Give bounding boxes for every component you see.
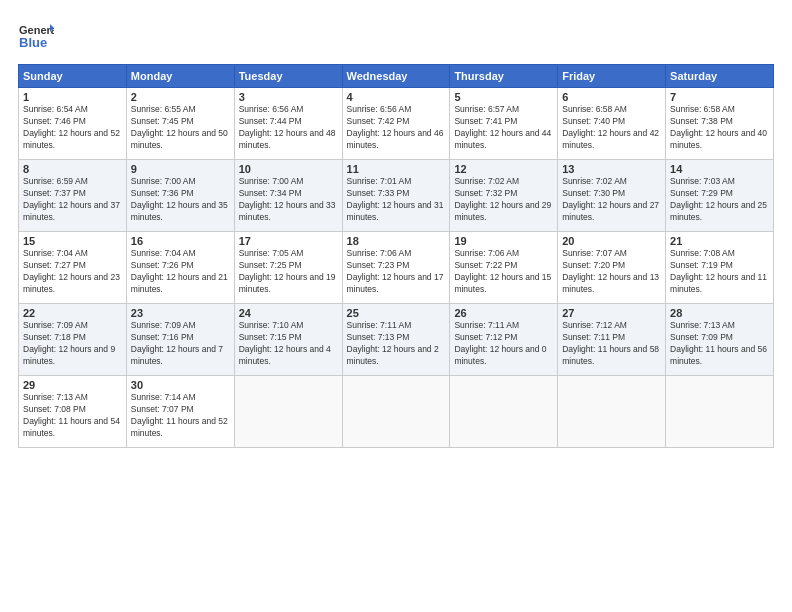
- header: General Blue: [18, 18, 774, 54]
- calendar-cell: 9 Sunrise: 7:00 AMSunset: 7:36 PMDayligh…: [126, 160, 234, 232]
- calendar-cell: [558, 376, 666, 448]
- week-row-2: 8 Sunrise: 6:59 AMSunset: 7:37 PMDayligh…: [19, 160, 774, 232]
- week-row-1: 1 Sunrise: 6:54 AMSunset: 7:46 PMDayligh…: [19, 88, 774, 160]
- day-number: 10: [239, 163, 338, 175]
- header-cell-friday: Friday: [558, 65, 666, 88]
- day-info: Sunrise: 7:04 AMSunset: 7:27 PMDaylight:…: [23, 248, 120, 294]
- day-info: Sunrise: 7:09 AMSunset: 7:16 PMDaylight:…: [131, 320, 223, 366]
- header-cell-tuesday: Tuesday: [234, 65, 342, 88]
- calendar-cell: 2 Sunrise: 6:55 AMSunset: 7:45 PMDayligh…: [126, 88, 234, 160]
- day-info: Sunrise: 7:11 AMSunset: 7:13 PMDaylight:…: [347, 320, 439, 366]
- calendar-cell: 6 Sunrise: 6:58 AMSunset: 7:40 PMDayligh…: [558, 88, 666, 160]
- day-number: 16: [131, 235, 230, 247]
- day-info: Sunrise: 6:57 AMSunset: 7:41 PMDaylight:…: [454, 104, 551, 150]
- calendar-cell: [666, 376, 774, 448]
- calendar-cell: 3 Sunrise: 6:56 AMSunset: 7:44 PMDayligh…: [234, 88, 342, 160]
- day-info: Sunrise: 7:13 AMSunset: 7:09 PMDaylight:…: [670, 320, 767, 366]
- day-info: Sunrise: 7:13 AMSunset: 7:08 PMDaylight:…: [23, 392, 120, 438]
- day-number: 8: [23, 163, 122, 175]
- header-cell-wednesday: Wednesday: [342, 65, 450, 88]
- calendar-cell: 14 Sunrise: 7:03 AMSunset: 7:29 PMDaylig…: [666, 160, 774, 232]
- day-number: 25: [347, 307, 446, 319]
- day-info: Sunrise: 7:11 AMSunset: 7:12 PMDaylight:…: [454, 320, 546, 366]
- header-cell-saturday: Saturday: [666, 65, 774, 88]
- day-number: 24: [239, 307, 338, 319]
- calendar-cell: 17 Sunrise: 7:05 AMSunset: 7:25 PMDaylig…: [234, 232, 342, 304]
- day-info: Sunrise: 7:02 AMSunset: 7:32 PMDaylight:…: [454, 176, 551, 222]
- calendar-cell: 26 Sunrise: 7:11 AMSunset: 7:12 PMDaylig…: [450, 304, 558, 376]
- calendar-cell: 29 Sunrise: 7:13 AMSunset: 7:08 PMDaylig…: [19, 376, 127, 448]
- page: General Blue SundayMondayTuesdayWednesda…: [0, 0, 792, 458]
- calendar-cell: 23 Sunrise: 7:09 AMSunset: 7:16 PMDaylig…: [126, 304, 234, 376]
- day-info: Sunrise: 6:59 AMSunset: 7:37 PMDaylight:…: [23, 176, 120, 222]
- calendar-cell: 28 Sunrise: 7:13 AMSunset: 7:09 PMDaylig…: [666, 304, 774, 376]
- day-number: 23: [131, 307, 230, 319]
- calendar-cell: 25 Sunrise: 7:11 AMSunset: 7:13 PMDaylig…: [342, 304, 450, 376]
- day-number: 3: [239, 91, 338, 103]
- calendar-cell: 10 Sunrise: 7:00 AMSunset: 7:34 PMDaylig…: [234, 160, 342, 232]
- calendar-cell: 20 Sunrise: 7:07 AMSunset: 7:20 PMDaylig…: [558, 232, 666, 304]
- calendar-cell: 18 Sunrise: 7:06 AMSunset: 7:23 PMDaylig…: [342, 232, 450, 304]
- day-info: Sunrise: 7:12 AMSunset: 7:11 PMDaylight:…: [562, 320, 659, 366]
- day-number: 4: [347, 91, 446, 103]
- calendar-cell: 30 Sunrise: 7:14 AMSunset: 7:07 PMDaylig…: [126, 376, 234, 448]
- header-row: SundayMondayTuesdayWednesdayThursdayFrid…: [19, 65, 774, 88]
- day-number: 22: [23, 307, 122, 319]
- calendar-cell: 5 Sunrise: 6:57 AMSunset: 7:41 PMDayligh…: [450, 88, 558, 160]
- day-number: 18: [347, 235, 446, 247]
- day-number: 11: [347, 163, 446, 175]
- day-info: Sunrise: 7:08 AMSunset: 7:19 PMDaylight:…: [670, 248, 767, 294]
- calendar-cell: 21 Sunrise: 7:08 AMSunset: 7:19 PMDaylig…: [666, 232, 774, 304]
- day-number: 5: [454, 91, 553, 103]
- day-number: 14: [670, 163, 769, 175]
- day-info: Sunrise: 6:56 AMSunset: 7:44 PMDaylight:…: [239, 104, 336, 150]
- calendar-cell: [342, 376, 450, 448]
- day-info: Sunrise: 7:10 AMSunset: 7:15 PMDaylight:…: [239, 320, 331, 366]
- day-info: Sunrise: 7:05 AMSunset: 7:25 PMDaylight:…: [239, 248, 336, 294]
- week-row-5: 29 Sunrise: 7:13 AMSunset: 7:08 PMDaylig…: [19, 376, 774, 448]
- calendar-cell: 8 Sunrise: 6:59 AMSunset: 7:37 PMDayligh…: [19, 160, 127, 232]
- day-info: Sunrise: 7:06 AMSunset: 7:23 PMDaylight:…: [347, 248, 444, 294]
- calendar-cell: 11 Sunrise: 7:01 AMSunset: 7:33 PMDaylig…: [342, 160, 450, 232]
- svg-text:Blue: Blue: [19, 35, 47, 50]
- calendar-cell: 27 Sunrise: 7:12 AMSunset: 7:11 PMDaylig…: [558, 304, 666, 376]
- day-number: 2: [131, 91, 230, 103]
- logo: General Blue: [18, 18, 54, 54]
- calendar-cell: 13 Sunrise: 7:02 AMSunset: 7:30 PMDaylig…: [558, 160, 666, 232]
- day-number: 9: [131, 163, 230, 175]
- week-row-4: 22 Sunrise: 7:09 AMSunset: 7:18 PMDaylig…: [19, 304, 774, 376]
- calendar-cell: 15 Sunrise: 7:04 AMSunset: 7:27 PMDaylig…: [19, 232, 127, 304]
- day-info: Sunrise: 7:03 AMSunset: 7:29 PMDaylight:…: [670, 176, 767, 222]
- day-number: 17: [239, 235, 338, 247]
- day-info: Sunrise: 7:14 AMSunset: 7:07 PMDaylight:…: [131, 392, 228, 438]
- week-row-3: 15 Sunrise: 7:04 AMSunset: 7:27 PMDaylig…: [19, 232, 774, 304]
- header-cell-sunday: Sunday: [19, 65, 127, 88]
- day-number: 29: [23, 379, 122, 391]
- day-number: 13: [562, 163, 661, 175]
- calendar-cell: [234, 376, 342, 448]
- calendar-cell: 16 Sunrise: 7:04 AMSunset: 7:26 PMDaylig…: [126, 232, 234, 304]
- calendar-cell: [450, 376, 558, 448]
- day-number: 7: [670, 91, 769, 103]
- day-info: Sunrise: 6:56 AMSunset: 7:42 PMDaylight:…: [347, 104, 444, 150]
- day-number: 27: [562, 307, 661, 319]
- header-cell-monday: Monday: [126, 65, 234, 88]
- day-info: Sunrise: 7:07 AMSunset: 7:20 PMDaylight:…: [562, 248, 659, 294]
- day-info: Sunrise: 7:01 AMSunset: 7:33 PMDaylight:…: [347, 176, 444, 222]
- day-info: Sunrise: 7:00 AMSunset: 7:36 PMDaylight:…: [131, 176, 228, 222]
- day-number: 28: [670, 307, 769, 319]
- calendar-cell: 4 Sunrise: 6:56 AMSunset: 7:42 PMDayligh…: [342, 88, 450, 160]
- day-info: Sunrise: 7:02 AMSunset: 7:30 PMDaylight:…: [562, 176, 659, 222]
- day-info: Sunrise: 6:54 AMSunset: 7:46 PMDaylight:…: [23, 104, 120, 150]
- day-number: 30: [131, 379, 230, 391]
- logo-svg: General Blue: [18, 18, 54, 54]
- day-number: 15: [23, 235, 122, 247]
- day-info: Sunrise: 6:58 AMSunset: 7:38 PMDaylight:…: [670, 104, 767, 150]
- day-number: 21: [670, 235, 769, 247]
- day-number: 12: [454, 163, 553, 175]
- day-info: Sunrise: 7:06 AMSunset: 7:22 PMDaylight:…: [454, 248, 551, 294]
- calendar-cell: 24 Sunrise: 7:10 AMSunset: 7:15 PMDaylig…: [234, 304, 342, 376]
- calendar-cell: 1 Sunrise: 6:54 AMSunset: 7:46 PMDayligh…: [19, 88, 127, 160]
- day-number: 26: [454, 307, 553, 319]
- day-info: Sunrise: 7:00 AMSunset: 7:34 PMDaylight:…: [239, 176, 336, 222]
